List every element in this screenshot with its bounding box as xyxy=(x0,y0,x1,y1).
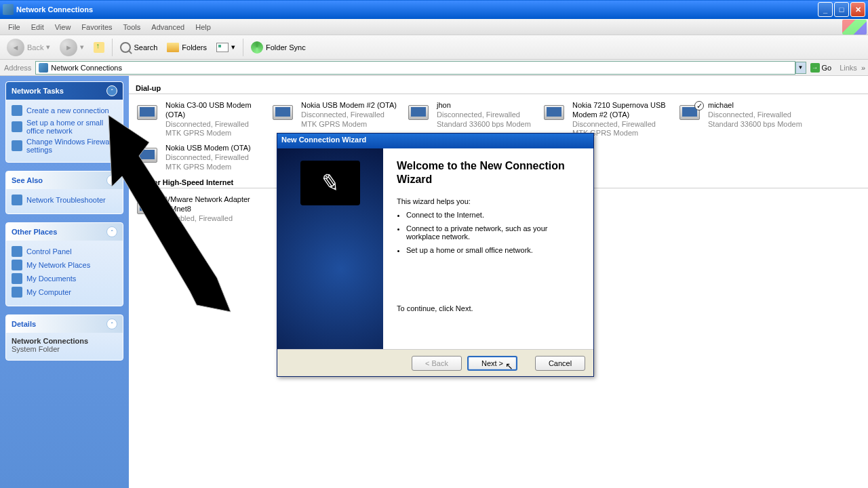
address-label: Address xyxy=(0,64,35,72)
details-panel: Details ˆ Network Connections System Fol… xyxy=(5,314,123,361)
xp-flag-icon xyxy=(842,20,867,35)
folder-sync-button[interactable]: Folder Sync xyxy=(247,40,310,55)
network-connections-icon xyxy=(39,63,48,73)
group-dialup-header[interactable]: Dial-up xyxy=(129,83,868,94)
collapse-icon[interactable]: ˆ xyxy=(106,226,117,237)
sync-icon xyxy=(251,41,263,54)
wizard-bullet: Set up a home or small office network. xyxy=(406,246,580,254)
folders-icon xyxy=(167,43,179,52)
task-create-connection[interactable]: Create a new connection xyxy=(12,104,117,117)
default-check-icon: ✓ xyxy=(694,101,704,110)
connection-status: Disconnected, Firewalled xyxy=(165,120,264,129)
folders-label: Folders xyxy=(182,43,207,52)
close-button[interactable]: ✕ xyxy=(850,2,865,17)
folders-button[interactable]: Folders xyxy=(163,41,211,54)
link-my-documents[interactable]: My Documents xyxy=(12,272,117,285)
links-chevron-icon[interactable]: » xyxy=(861,64,868,72)
details-type: System Folder xyxy=(12,345,117,353)
wizard-cancel-button[interactable]: Cancel xyxy=(535,356,585,371)
connection-icon xyxy=(134,101,161,125)
up-button[interactable] xyxy=(90,41,108,54)
connection-device: MTK GPRS Modem xyxy=(165,129,264,138)
documents-icon xyxy=(12,273,22,284)
connection-name: Nokia C3-00 USB Modem (OTA) xyxy=(165,101,264,120)
back-arrow-icon: ◄ xyxy=(7,39,24,56)
connection-name: jhon xyxy=(437,101,531,110)
up-folder-icon xyxy=(94,42,104,53)
menu-tools[interactable]: Tools xyxy=(118,22,146,33)
go-button[interactable]: →Go xyxy=(806,63,836,73)
details-name: Network Connections xyxy=(12,337,117,345)
link-network-troubleshooter[interactable]: Network Troubleshooter xyxy=(12,193,117,207)
task-setup-home-network[interactable]: Set up a home or small office network xyxy=(12,117,117,136)
go-label: Go xyxy=(822,64,832,72)
collapse-icon[interactable]: ˆ xyxy=(106,85,117,96)
connection-item[interactable]: VMware Network Adapter VMnet8Disabled, F… xyxy=(132,192,267,226)
link-my-computer[interactable]: My Computer xyxy=(12,285,117,299)
minimize-button[interactable]: _ xyxy=(818,2,833,17)
wizard-bullet: Connect to the Internet. xyxy=(406,211,580,219)
connection-device: Standard 33600 bps Modem xyxy=(708,120,802,129)
menu-help[interactable]: Help xyxy=(190,22,216,33)
wizard-bullet: Connect to a private network, such as yo… xyxy=(406,224,580,241)
collapse-icon[interactable]: ˆ xyxy=(106,175,117,186)
menu-advanced[interactable]: Advanced xyxy=(146,22,190,33)
window-title: Network Connections xyxy=(16,5,816,14)
wizard-titlebar[interactable]: New Connection Wizard xyxy=(277,134,593,148)
connection-name: Nokia 7210 Supernova USB Modem #2 (OTA) xyxy=(572,101,671,120)
connection-icon xyxy=(541,101,568,125)
back-label: Back xyxy=(27,43,43,52)
wizard-intro: This wizard helps you: xyxy=(397,197,580,205)
connection-item[interactable]: Nokia C3-00 USB Modem (OTA)Disconnected,… xyxy=(132,98,267,141)
task-label: Create a new connection xyxy=(26,106,109,115)
search-label: Search xyxy=(134,43,157,52)
help-icon xyxy=(12,195,22,205)
connection-icon xyxy=(134,144,161,168)
menubar: File Edit View Favorites Tools Advanced … xyxy=(0,19,868,35)
network-icon xyxy=(12,121,22,132)
wizard-heading: Welcome to the New Connection Wizard xyxy=(397,159,580,186)
views-button[interactable]: ▾ xyxy=(212,41,239,54)
network-tasks-header[interactable]: Network Tasks ˆ xyxy=(6,82,123,100)
see-also-header[interactable]: See Also ˆ xyxy=(6,171,123,189)
link-my-network-places[interactable]: My Network Places xyxy=(12,258,117,272)
menu-file[interactable]: File xyxy=(3,22,26,33)
new-connection-wizard-dialog: New Connection Wizard Welcome to the New… xyxy=(277,133,594,377)
link-label: Control Panel xyxy=(26,247,72,256)
folder-sync-label: Folder Sync xyxy=(266,43,306,52)
connection-status: Disconnected, Firewalled xyxy=(301,110,397,120)
connection-icon xyxy=(406,101,433,125)
toolbar: ◄ Back ▾ ► ▾ Search Folders ▾ Folder Syn… xyxy=(0,35,868,60)
connection-status: Disconnected, Firewalled xyxy=(572,120,671,129)
link-label: My Network Places xyxy=(26,261,90,269)
menu-view[interactable]: View xyxy=(50,22,77,33)
collapse-icon[interactable]: ˆ xyxy=(106,319,117,329)
address-dropdown-button[interactable]: ▼ xyxy=(795,62,806,74)
control-panel-icon xyxy=(12,246,22,257)
menu-edit[interactable]: Edit xyxy=(26,22,50,33)
link-control-panel[interactable]: Control Panel xyxy=(12,245,117,258)
maximize-button[interactable]: □ xyxy=(834,2,849,17)
link-label: Network Troubleshooter xyxy=(26,196,106,204)
address-value: Network Connections xyxy=(51,64,122,72)
address-field[interactable]: Network Connections xyxy=(35,61,795,75)
details-header[interactable]: Details ˆ xyxy=(6,315,123,333)
network-places-icon xyxy=(12,260,22,270)
views-icon xyxy=(216,43,229,52)
connection-item[interactable]: ✓michaelDisconnected, FirewalledStandard… xyxy=(674,98,810,141)
connection-device: Standard 33600 bps Modem xyxy=(437,120,531,129)
network-tasks-title: Network Tasks xyxy=(12,87,64,95)
connection-item[interactable]: Nokia USB Modem (OTA)Disconnected, Firew… xyxy=(132,141,267,174)
search-button[interactable]: Search xyxy=(116,41,161,54)
menu-favorites[interactable]: Favorites xyxy=(76,22,117,33)
back-button: ◄ Back ▾ xyxy=(3,37,54,58)
forward-button: ► ▾ xyxy=(56,37,88,58)
computer-icon xyxy=(12,287,22,298)
links-label[interactable]: Links xyxy=(835,64,861,72)
sidebar: Network Tasks ˆ Create a new connection … xyxy=(0,76,129,488)
wizard-next-button[interactable]: Next > xyxy=(467,356,517,371)
search-icon xyxy=(120,42,131,53)
other-places-header[interactable]: Other Places ˆ xyxy=(6,223,123,241)
task-change-firewall[interactable]: Change Windows Firewall settings xyxy=(12,136,117,155)
wizard-back-button: < Back xyxy=(412,356,462,371)
